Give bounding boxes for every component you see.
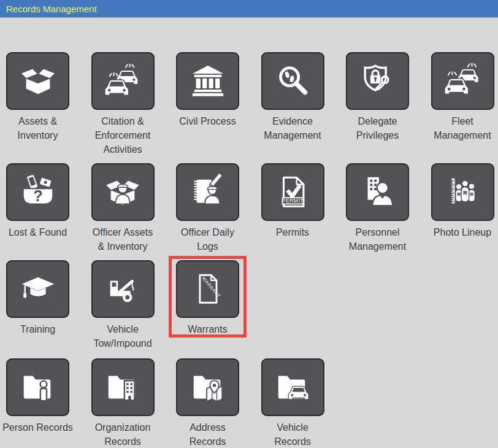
basket-question-icon: ? (19, 173, 57, 211)
tile-label: Officer Assets & Inventory (79, 225, 166, 253)
tile-button: WARRANT (176, 260, 239, 318)
tile-label: Warrants (164, 322, 251, 336)
tile-label: Officer Daily Logs (164, 225, 251, 253)
tile-label: Personnel Management (334, 225, 421, 253)
tile-evidence-management[interactable]: Evidence Management (261, 52, 324, 142)
tile-permits[interactable]: PERMIT Permits (261, 163, 324, 239)
tile-row: Training Vehicle Tow/Impound (6, 260, 498, 358)
tile-vehicle-records[interactable]: Vehicle Records (261, 358, 324, 448)
tile-label: Civil Process (164, 114, 251, 128)
tile-button (6, 358, 69, 416)
police-cars-lights-icon (104, 62, 142, 100)
tile-photo-lineup[interactable]: 1 3 2 Photo Lineup (431, 163, 494, 239)
tile-button (431, 52, 494, 110)
tile-citation-enforcement[interactable]: Citation & Enforcement Activities (91, 52, 155, 156)
tile-organization-records[interactable]: Organization Records (91, 358, 155, 448)
permit-document-icon: PERMIT (274, 173, 312, 211)
folder-person-icon (19, 368, 57, 406)
tile-row: Person Records Organization Records (6, 358, 498, 448)
tile-personnel-management[interactable]: Personnel Management (346, 163, 409, 253)
tile-button: PERMIT (261, 163, 324, 221)
tile-button: 1 3 2 (431, 163, 494, 221)
tile-label: Fleet Management (419, 114, 498, 142)
tile-label: Evidence Management (249, 114, 336, 142)
tile-warrants[interactable]: WARRANT Warrants (176, 260, 239, 336)
magnifier-footprints-icon (274, 62, 312, 100)
lineup-number-2: 2 (464, 191, 466, 195)
tile-row: ? Lost & Found Officer Assets & Inventor… (6, 163, 498, 260)
tile-label: Address Records (164, 420, 251, 448)
building-person-icon (359, 173, 397, 211)
permit-text: PERMIT (282, 198, 304, 204)
tile-button (6, 260, 69, 318)
tile-label: Citation & Enforcement Activities (79, 114, 166, 156)
tile-fleet-management[interactable]: Fleet Management (431, 52, 494, 142)
tile-button (176, 163, 239, 221)
tile-training[interactable]: Training (6, 260, 69, 336)
graduation-cap-icon (19, 270, 57, 308)
tile-label: Training (0, 322, 82, 336)
tile-button (91, 358, 155, 416)
tile-label: Assets & Inventory (0, 114, 82, 142)
tile-button (176, 52, 239, 110)
tile-label: Person Records (0, 420, 82, 434)
tile-label: Lost & Found (0, 225, 82, 239)
tile-button: ? (6, 163, 69, 221)
tile-delegate-privileges[interactable]: Delegate Privileges (346, 52, 409, 142)
notebook-officer-icon (189, 173, 227, 211)
tow-truck-icon (104, 270, 142, 308)
tile-vehicle-tow-impound[interactable]: Vehicle Tow/Impound (91, 260, 155, 350)
tile-address-records[interactable]: Address Records (176, 358, 239, 448)
warrant-document-icon: WARRANT (189, 270, 227, 308)
tile-row: Assets & Inventory Citation & Enforcemen… (6, 52, 498, 163)
tile-label: Vehicle Tow/Impound (79, 322, 166, 350)
tile-button (91, 260, 155, 318)
tile-button (91, 52, 155, 110)
shield-lock-key-icon (359, 62, 397, 100)
fleet-cars-icon (443, 62, 481, 100)
officer-open-box-icon (104, 173, 142, 211)
page-title: Records Management (6, 4, 97, 14)
folder-building-icon (104, 368, 142, 406)
height-lineup-icon: 1 3 2 (443, 173, 481, 211)
tile-label: Organization Records (79, 420, 166, 448)
tile-person-records[interactable]: Person Records (6, 358, 69, 434)
tile-button (346, 163, 409, 221)
tile-button (346, 52, 409, 110)
courthouse-icon (189, 62, 227, 100)
tile-civil-process[interactable]: Civil Process (176, 52, 239, 128)
tile-button (6, 52, 69, 110)
tile-lost-found[interactable]: ? Lost & Found (6, 163, 69, 239)
tile-assets-inventory[interactable]: Assets & Inventory (6, 52, 69, 142)
question-mark-glyph: ? (33, 187, 42, 204)
tile-officer-assets-inventory[interactable]: Officer Assets & Inventory (91, 163, 155, 253)
tile-officer-daily-logs[interactable]: Officer Daily Logs (176, 163, 239, 253)
tile-label: Vehicle Records (249, 420, 336, 448)
folder-map-pin-icon (189, 368, 227, 406)
tile-button (91, 163, 155, 221)
folder-car-icon (274, 368, 312, 406)
tile-label: Permits (249, 225, 336, 239)
title-bar: Records Management (0, 0, 498, 17)
records-management-menu: Assets & Inventory Citation & Enforcemen… (0, 17, 498, 448)
tile-button (261, 358, 324, 416)
open-box-icon (19, 62, 57, 100)
tile-label: Delegate Privileges (334, 114, 421, 142)
tile-button (261, 52, 324, 110)
tile-label: Photo Lineup (419, 225, 498, 239)
tile-button (176, 358, 239, 416)
